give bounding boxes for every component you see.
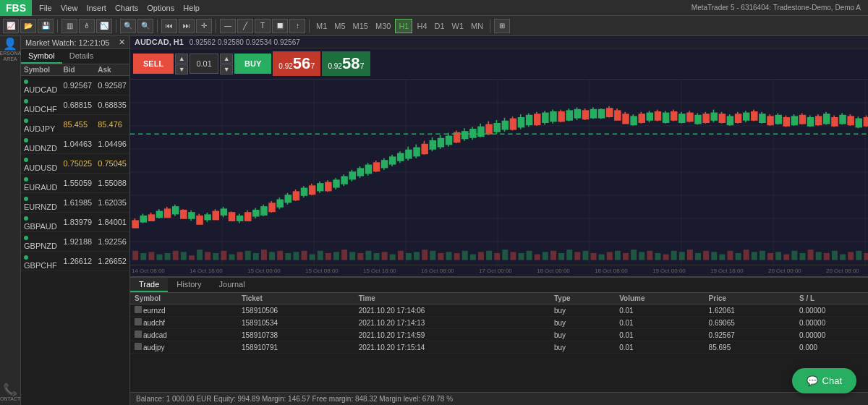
sep1 [57, 20, 58, 33]
time-label-11: 19 Oct 16:00 [710, 268, 768, 274]
trendline-btn[interactable]: ╱ [237, 19, 253, 33]
sidebar-item-contacts[interactable]: 📞 CONTACTS [0, 382, 20, 402]
buy-button[interactable]: BUY [234, 54, 271, 74]
new-chart-btn[interactable]: 📈 [3, 19, 19, 33]
tab-journal[interactable]: Journal [210, 278, 254, 292]
mw-tab-details[interactable]: Details [62, 49, 101, 64]
buy-price-main: 0.92 [328, 62, 341, 70]
mw-row[interactable]: GBPNZD 1.92188 1.92256 [21, 232, 129, 252]
svg-rect-88 [687, 250, 693, 260]
zoom-in-btn[interactable]: 🔍 [120, 19, 136, 33]
tf-h1[interactable]: H1 [395, 19, 412, 33]
menu-file[interactable]: File [39, 4, 52, 12]
svg-rect-76 [591, 253, 597, 260]
sell-button[interactable]: SELL [133, 54, 174, 74]
svg-rect-73 [566, 250, 572, 260]
tab-history[interactable]: History [168, 278, 210, 292]
mw-bid: 1.55059 [60, 174, 95, 193]
svg-rect-310 [752, 112, 757, 120]
lot-down-btn-2[interactable]: ▼ [220, 64, 233, 74]
candle-btn[interactable]: 🕯 [79, 19, 95, 33]
app-title: MetaTrader 5 - 6316404: Tradestone-Demo,… [692, 4, 868, 12]
tf-m5[interactable]: M5 [331, 19, 348, 33]
order-type: buy [550, 329, 615, 341]
crosshair-btn[interactable]: ✛ [196, 19, 212, 33]
menu-options[interactable]: Options [147, 4, 174, 12]
tf-d1[interactable]: D1 [432, 19, 448, 33]
order-symbol: audchf [130, 317, 237, 329]
svg-rect-98 [767, 253, 773, 260]
sell-price-main: 0.92 [278, 62, 292, 70]
line-btn[interactable]: 📉 [96, 19, 112, 33]
mw-row[interactable]: AUDNZD 1.04463 1.04496 [21, 135, 129, 154]
mw-bid: 1.26612 [60, 252, 95, 271]
order-time: 2021.10.20 17:14:13 [354, 317, 550, 329]
sidebar-item-personal-area[interactable]: 👤 PERSONALAREA [0, 39, 20, 59]
text-btn[interactable]: T [255, 19, 271, 33]
chart-canvas[interactable]: 0.92567 [130, 80, 868, 265]
open-btn[interactable]: 📂 [20, 19, 36, 33]
tf-mn[interactable]: MN [468, 19, 486, 33]
forward-btn[interactable]: ⏭ [179, 19, 195, 33]
tf-m30[interactable]: M30 [373, 19, 393, 33]
save-btn[interactable]: 💾 [38, 19, 54, 33]
mw-row[interactable]: GBPCHF 1.26612 1.26652 [21, 252, 129, 271]
sell-price-small: 7 [310, 61, 315, 70]
svg-rect-302 [719, 114, 725, 122]
lot-up-btn[interactable]: ▲ [175, 54, 188, 64]
svg-rect-59 [454, 253, 460, 260]
zoom-out-btn[interactable]: 🔍 [137, 19, 153, 33]
mw-row[interactable]: AUDJPY 85.455 85.476 [21, 115, 129, 135]
order-row[interactable]: audcad 158910738 2021.10.20 17:14:59 buy… [130, 329, 868, 341]
symbol-btn[interactable]: 🔲 [272, 19, 288, 33]
mw-symbol: AUDJPY [21, 115, 60, 135]
svg-rect-186 [253, 210, 259, 216]
menu-help[interactable]: Help [183, 4, 200, 12]
menu-insert[interactable]: Insert [86, 4, 106, 12]
mw-symbol: AUDCAD [21, 76, 60, 95]
svg-rect-280 [631, 116, 637, 124]
back-btn[interactable]: ⏮ [161, 19, 177, 33]
svg-rect-50 [382, 252, 388, 260]
time-label-8: 18 Oct 00:00 [537, 268, 595, 274]
mw-ask: 1.55088 [95, 174, 129, 193]
hline-btn[interactable]: — [220, 19, 236, 33]
chart-area: AUDCAD, H1 0.92562 0.92580 0.92534 0.925… [130, 36, 868, 276]
svg-rect-252 [519, 118, 524, 127]
indicator-btn[interactable]: ⫶ [289, 19, 305, 33]
mw-row[interactable]: EURNZD 1.61985 1.62035 [21, 193, 129, 213]
tf-m1[interactable]: M1 [313, 19, 330, 33]
svg-rect-284 [647, 113, 652, 120]
order-row[interactable]: audchf 158910534 2021.10.20 17:14:13 buy… [130, 317, 868, 329]
svg-rect-43 [326, 253, 331, 260]
tf-m15[interactable]: M15 [350, 19, 371, 33]
mw-row[interactable]: AUDCHF 0.68815 0.68835 [21, 95, 129, 115]
svg-rect-264 [566, 111, 572, 120]
svg-rect-196 [293, 192, 299, 200]
tf-w1[interactable]: W1 [449, 19, 467, 33]
lot-down-btn[interactable]: ▼ [175, 64, 188, 74]
order-ticket: 158910738 [237, 329, 354, 341]
svg-rect-46 [349, 252, 355, 260]
tf-h4[interactable]: H4 [414, 19, 430, 33]
time-label-13: 20 Oct 08:00 [826, 268, 868, 274]
mw-row[interactable]: AUDUSD 0.75025 0.75045 [21, 154, 129, 174]
menu-view[interactable]: View [61, 4, 78, 12]
market-watch-close[interactable]: ✕ [119, 38, 125, 47]
mw-row[interactable]: AUDCAD 0.92567 0.92587 [21, 76, 129, 95]
order-row[interactable]: eurnzd 158910506 2021.10.20 17:14:06 buy… [130, 304, 868, 317]
bar-chart-btn[interactable]: ▥ [61, 19, 77, 33]
menu-charts[interactable]: Charts [115, 4, 138, 12]
lot-up-btn-2[interactable]: ▲ [220, 54, 233, 64]
chat-button[interactable]: 💬 Chat [792, 368, 856, 393]
order-row[interactable]: audjpy 158910791 2021.10.20 17:15:14 buy… [130, 341, 868, 354]
mw-row[interactable]: GBPAUD 1.83979 1.84001 [21, 213, 129, 232]
order-symbol: audjpy [130, 341, 237, 354]
svg-rect-172 [197, 216, 203, 224]
mw-tab-symbol[interactable]: Symbol [21, 49, 62, 64]
grid-btn[interactable]: ⊞ [494, 19, 510, 33]
mw-row[interactable]: EURAUD 1.55059 1.55088 [21, 174, 129, 193]
lot-size-input[interactable] [190, 54, 218, 74]
tab-trade[interactable]: Trade [130, 278, 168, 292]
order-open-price: 0.69065 [705, 317, 795, 329]
